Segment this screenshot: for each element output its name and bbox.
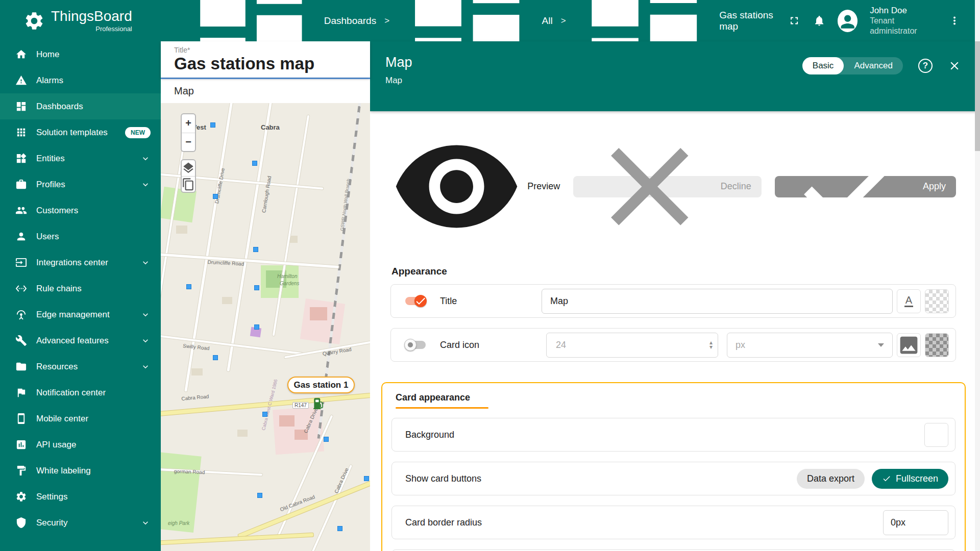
close-icon[interactable] [948, 59, 961, 72]
more-menu-icon[interactable] [948, 14, 961, 28]
card-icon-toggle[interactable] [404, 339, 427, 351]
mobile-icon [15, 413, 27, 424]
card-buttons-chips: Data exportFullscreen [797, 469, 948, 489]
sidebar-item-settings[interactable]: Settings [0, 484, 161, 510]
dashboard-title-field[interactable]: Title* Gas stations map [161, 41, 370, 78]
dashboard-title-label: Title* [174, 46, 370, 54]
map-edit-handle[interactable] [324, 437, 328, 441]
map-edit-handle[interactable] [213, 356, 217, 360]
tab-advanced[interactable]: Advanced [844, 57, 903, 74]
sidebar-nav: HomeAlarmsDashboardsSolution templatesNE… [0, 41, 161, 536]
fullscreen-icon[interactable] [788, 14, 800, 28]
dashboard-edit-area: Title* Gas stations map Map [161, 41, 370, 551]
background-color-swatch[interactable] [924, 423, 948, 447]
stepper-icons[interactable]: ▴▾ [709, 340, 713, 349]
map-edit-handle[interactable] [263, 412, 267, 416]
title-color-swatch[interactable] [925, 289, 949, 313]
zoom-in-button[interactable]: + [182, 114, 195, 133]
page-scrollbar[interactable] [975, 0, 980, 551]
notifications-bell-icon[interactable] [813, 14, 825, 28]
layers-icon[interactable] [182, 160, 195, 177]
sidebar-item-white-labeling[interactable]: White labeling [0, 458, 161, 484]
sidebar-item-customers[interactable]: Customers [0, 197, 161, 223]
sidebar-item-solution-templates[interactable]: Solution templatesNEW [0, 119, 161, 145]
card-icon-size-input[interactable] [548, 340, 709, 350]
zoom-out-button[interactable]: − [182, 133, 195, 152]
font-style-button[interactable]: A [897, 289, 921, 313]
sidebar-item-alarms[interactable]: Alarms [0, 67, 161, 93]
card-icon-unit-select[interactable]: px [727, 333, 893, 358]
scrollbar-thumb[interactable] [975, 41, 980, 151]
map-feature [300, 298, 345, 344]
apply-button[interactable]: Apply [775, 176, 956, 197]
map-edit-handle[interactable] [338, 527, 342, 531]
sidebar-item-dashboards[interactable]: Dashboards [0, 93, 161, 119]
shield-icon [15, 517, 27, 529]
tab-basic[interactable]: Basic [802, 57, 844, 74]
sidebar-item-rule-chains[interactable]: Rule chains [0, 276, 161, 302]
title-toggle-label: Title [440, 296, 457, 307]
map-edit-handle[interactable] [211, 123, 215, 127]
person-icon [838, 12, 857, 32]
preview-button[interactable]: Preview [390, 120, 560, 253]
map-edit-handle[interactable] [254, 247, 258, 252]
map-edit-handle[interactable] [253, 161, 257, 165]
map-feature [191, 368, 203, 375]
card-appearance-heading: Card appearance [391, 390, 955, 407]
map-edit-handle[interactable] [187, 285, 191, 289]
sidebar-item-label: Solution templates [36, 128, 108, 138]
map-edit-handle[interactable] [364, 477, 369, 481]
sidebar-item-advanced-features[interactable]: Advanced features [0, 328, 161, 354]
gas-station-marker-label[interactable]: Gas station 1 [287, 377, 355, 393]
sidebar-item-edge-management[interactable]: Edge management [0, 302, 161, 328]
title-toggle[interactable] [404, 295, 427, 307]
sidebar-item-api-usage[interactable]: API usage [0, 432, 161, 458]
sidebar-item-profiles[interactable]: Profiles [0, 171, 161, 197]
show-card-buttons-label: Show card buttons [405, 473, 481, 484]
decline-button[interactable]: Decline [573, 176, 762, 197]
map-street-label: eigh Park [168, 520, 189, 526]
sidebar-item-security[interactable]: Security [0, 510, 161, 536]
card-border-radius-input[interactable] [883, 510, 948, 535]
icon-picker-button[interactable] [897, 333, 921, 357]
sidebar-item-notification-center[interactable]: Notification center [0, 380, 161, 406]
eye-icon [390, 120, 523, 253]
help-icon[interactable]: ? [918, 59, 933, 73]
sidebar-item-label: Users [36, 232, 59, 242]
widget-title-input[interactable] [542, 289, 893, 314]
map-feature [310, 307, 327, 320]
sidebar-item-label: White labeling [36, 466, 91, 476]
pages-icon[interactable] [182, 177, 195, 192]
user-name: John Doe [870, 5, 936, 16]
sidebar-item-users[interactable]: Users [0, 223, 161, 249]
avatar[interactable] [838, 10, 857, 32]
chip-fullscreen[interactable]: Fullscreen [872, 469, 948, 489]
map-street-label: Swilly Road [183, 343, 210, 351]
sidebar-item-resources[interactable]: Resources [0, 354, 161, 380]
map-edit-handle[interactable] [213, 194, 217, 198]
sidebar-item-label: API usage [36, 440, 76, 450]
map-widget[interactable]: WestCabraDrumcliffe DriveCarnlough RoadD… [161, 103, 370, 551]
map-edit-handle[interactable] [255, 325, 259, 329]
header-actions: John Doe Tenant administrator [788, 5, 980, 36]
chevron-down-icon [140, 362, 151, 372]
dashboard-title-value: Gas stations map [174, 55, 370, 73]
sidebar-item-entities[interactable]: Entities [0, 145, 161, 171]
sidebar-item-integrations-center[interactable]: Integrations center [0, 249, 161, 276]
sidebar-item-mobile-center[interactable]: Mobile center [0, 406, 161, 432]
chevron-down-icon [140, 518, 151, 528]
map-edit-handle[interactable] [255, 286, 259, 290]
brand-name: ThingsBoard [51, 9, 132, 23]
gas-pump-icon[interactable] [312, 397, 325, 411]
antenna-icon [15, 309, 27, 320]
folder-icon [15, 361, 27, 372]
thingsboard-logo[interactable]: ThingsBoard Professional [0, 9, 161, 33]
sidebar-item-label: Security [36, 518, 67, 528]
sidebar-item-home[interactable]: Home [0, 41, 161, 67]
sidebar-item-label: Edge management [36, 310, 110, 320]
image-icon [897, 334, 920, 357]
chip-data-export[interactable]: Data export [797, 469, 865, 489]
icon-color-swatch[interactable] [925, 333, 949, 357]
map-street-label: gorman Road [174, 468, 205, 475]
map-edit-handle[interactable] [258, 493, 262, 497]
